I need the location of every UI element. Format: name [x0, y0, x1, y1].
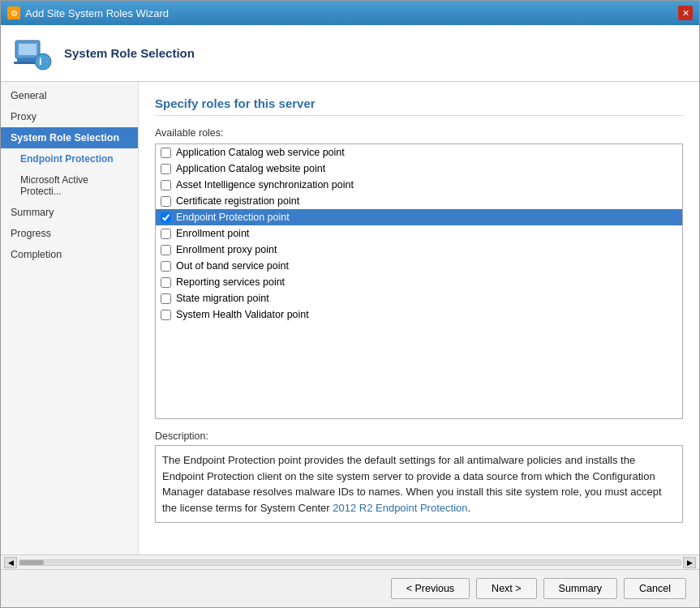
role-label-5: Enrollment point	[176, 228, 249, 239]
svg-point-4	[35, 54, 51, 70]
role-item-7[interactable]: Out of band service point	[156, 258, 682, 274]
sidebar-item-completion[interactable]: Completion	[1, 244, 138, 265]
bottom-scrollbar: ◀ ▶	[1, 554, 699, 569]
scroll-left-arrow[interactable]: ◀	[4, 557, 17, 568]
role-label-1: Application Catalog website point	[176, 163, 325, 174]
role-checkbox-5[interactable]	[161, 229, 171, 239]
description-box: The Endpoint Protection point provides t…	[155, 445, 683, 523]
role-item-4[interactable]: Endpoint Protection point	[156, 209, 682, 225]
role-checkbox-2[interactable]	[161, 180, 171, 191]
role-item-0[interactable]: Application Catalog web service point	[156, 144, 682, 161]
sidebar-item-summary[interactable]: Summary	[1, 202, 138, 223]
summary-button[interactable]: Summary	[543, 578, 617, 599]
scroll-thumb	[19, 560, 44, 565]
title-bar-left: ⚙ Add Site System Roles Wizard	[7, 6, 169, 19]
cancel-button[interactable]: Cancel	[624, 578, 686, 599]
scroll-right-arrow[interactable]: ▶	[683, 557, 696, 568]
role-item-5[interactable]: Enrollment point	[156, 225, 682, 242]
role-checkbox-8[interactable]	[161, 277, 171, 288]
role-checkbox-4[interactable]	[161, 212, 171, 223]
role-item-6[interactable]: Enrollment proxy point	[156, 242, 682, 258]
role-item-8[interactable]: Reporting services point	[156, 274, 682, 290]
available-roles-label: Available roles:	[155, 127, 683, 139]
app-icon: ⚙	[7, 6, 20, 19]
sidebar-item-proxy[interactable]: Proxy	[1, 106, 138, 127]
role-label-4: Endpoint Protection point	[176, 212, 290, 223]
wizard-header: i System Role Selection	[1, 25, 699, 82]
desc-text-highlight: 2012 R2 Endpoint Protection	[333, 502, 467, 514]
role-label-7: Out of band service point	[176, 260, 289, 272]
role-item-10[interactable]: System Health Validator point	[156, 306, 682, 323]
close-button[interactable]: ✕	[678, 6, 693, 20]
role-item-1[interactable]: Application Catalog website point	[156, 161, 682, 177]
section-title: Specify roles for this server	[155, 96, 683, 116]
sidebar: General Proxy System Role Selection Endp…	[1, 82, 139, 554]
wizard-window: ⚙ Add Site System Roles Wizard ✕ i Syste…	[0, 0, 700, 608]
wizard-footer: < Previous Next > Summary Cancel	[1, 569, 699, 607]
desc-text-2: .	[467, 502, 470, 514]
sidebar-item-general[interactable]: General	[1, 85, 138, 106]
description-label: Description:	[155, 430, 683, 442]
role-label-6: Enrollment proxy point	[176, 244, 277, 255]
role-checkbox-0[interactable]	[161, 148, 171, 158]
wizard-body: General Proxy System Role Selection Endp…	[1, 82, 699, 554]
role-checkbox-10[interactable]	[161, 310, 171, 320]
role-item-2[interactable]: Asset Intelligence synchronization point	[156, 177, 682, 193]
role-item-9[interactable]: State migration point	[156, 290, 682, 306]
svg-rect-1	[19, 44, 37, 55]
window-title: Add Site System Roles Wizard	[25, 7, 169, 19]
role-item-3[interactable]: Certificate registration point	[156, 193, 682, 209]
role-checkbox-1[interactable]	[161, 164, 171, 174]
sidebar-item-progress[interactable]: Progress	[1, 223, 138, 244]
role-label-2: Asset Intelligence synchronization point	[176, 179, 354, 191]
previous-button[interactable]: < Previous	[391, 578, 470, 599]
title-bar: ⚙ Add Site System Roles Wizard ✕	[1, 1, 699, 25]
svg-text:i: i	[39, 55, 42, 67]
role-label-8: Reporting services point	[176, 276, 285, 288]
role-label-10: System Health Validator point	[176, 309, 309, 320]
sidebar-item-system-role-selection[interactable]: System Role Selection	[1, 127, 138, 148]
role-checkbox-3[interactable]	[161, 196, 171, 207]
role-checkbox-9[interactable]	[161, 293, 171, 304]
header-icon: i	[14, 34, 53, 73]
role-label-9: State migration point	[176, 293, 269, 304]
next-button[interactable]: Next >	[476, 578, 536, 599]
sidebar-item-endpoint-protection[interactable]: Endpoint Protection	[1, 148, 138, 169]
role-checkbox-7[interactable]	[161, 261, 171, 272]
description-section: Description: The Endpoint Protection poi…	[155, 430, 683, 523]
header-title: System Role Selection	[64, 46, 195, 60]
scroll-track[interactable]	[19, 559, 681, 566]
main-content: Specify roles for this server Available …	[139, 82, 699, 554]
role-label-3: Certificate registration point	[176, 195, 299, 207]
role-checkbox-6[interactable]	[161, 245, 171, 255]
role-label-0: Application Catalog web service point	[176, 147, 345, 158]
roles-list: Application Catalog web service point Ap…	[155, 143, 683, 419]
sidebar-item-microsoft-active[interactable]: Microsoft Active Protecti...	[1, 169, 138, 202]
